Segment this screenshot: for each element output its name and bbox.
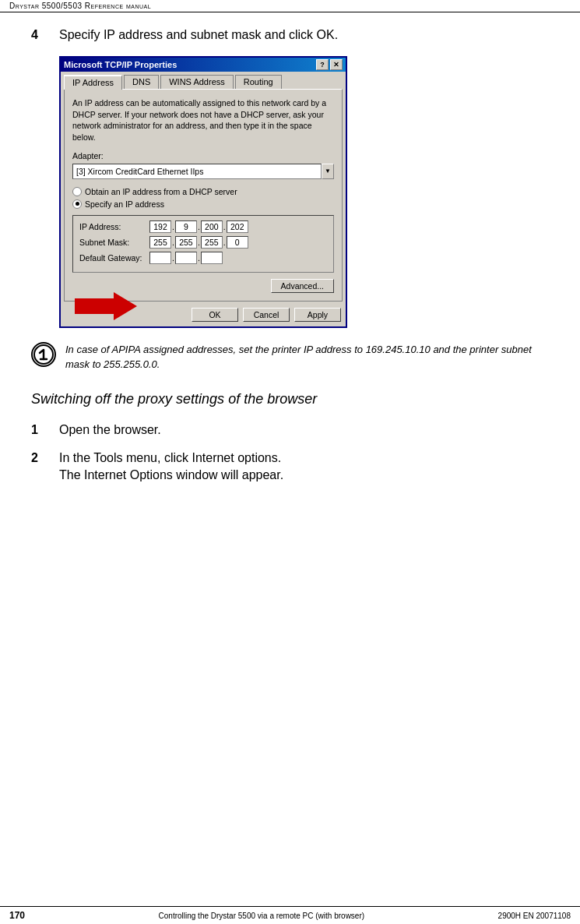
note-icon xyxy=(31,342,56,367)
dialog-tabs: IP Address DNS WINS Address Routing xyxy=(61,72,346,89)
ip-address-fields: 192 . 9 . 200 . 202 xyxy=(149,220,248,233)
win-dialog: Microsoft TCP/IP Properties ? ✕ IP Addre… xyxy=(59,56,347,328)
ip-seg-2[interactable]: 9 xyxy=(175,220,197,233)
specify-box: IP Address: 192 . 9 . 200 . 202 xyxy=(72,215,334,273)
radio-specify-row: Specify an IP address xyxy=(72,199,334,209)
note-box: In case of APIPA assigned addresses, set… xyxy=(31,342,549,372)
gateway-seg-2[interactable] xyxy=(175,252,197,264)
adapter-dropdown[interactable]: [3] Xircom CreditCard Ethernet IIps xyxy=(72,164,322,179)
subnet-fields: 255 . 255 . 255 . 0 xyxy=(149,236,248,249)
radio-dhcp-label: Obtain an IP address from a DHCP server xyxy=(85,187,237,196)
help-button[interactable]: ? xyxy=(316,59,329,70)
ip-seg-3[interactable]: 200 xyxy=(201,220,223,233)
step-2-heading: 2 In the Tools menu, click Internet opti… xyxy=(31,451,549,482)
dialog-title: Microsoft TCP/IP Properties xyxy=(64,60,177,69)
step-1-heading: 1 Open the browser. xyxy=(31,423,549,437)
header-title: Drystar 5500/5503 Reference manual xyxy=(9,2,151,10)
title-buttons: ? ✕ xyxy=(316,59,343,70)
radio-specify-label: Specify an IP address xyxy=(85,199,164,209)
subnet-seg-2[interactable]: 255 xyxy=(175,236,197,249)
footer-page-number: 170 xyxy=(9,910,25,921)
red-arrow-indicator xyxy=(75,291,137,323)
step-1-text: Open the browser. xyxy=(59,423,161,437)
gateway-seg-3[interactable] xyxy=(201,252,223,264)
ok-button[interactable]: OK xyxy=(192,308,238,322)
gateway-row: Default Gateway: . . xyxy=(79,252,327,264)
tab-wins-address[interactable]: WINS Address xyxy=(160,75,234,89)
footer-left: Controlling the Drystar 5500 via a remot… xyxy=(159,912,365,920)
info-text: An IP address can be automatically assig… xyxy=(72,97,334,143)
adapter-value: [3] Xircom CreditCard Ethernet IIps xyxy=(76,167,203,176)
tab-ip-address[interactable]: IP Address xyxy=(64,75,122,90)
step-1-number: 1 xyxy=(31,423,47,437)
note-text: In case of APIPA assigned addresses, set… xyxy=(65,342,549,372)
adapter-label: Adapter: xyxy=(72,151,334,160)
step-4-text: Specify IP address and subnet mask and c… xyxy=(59,28,338,42)
apply-button[interactable]: Apply xyxy=(294,308,341,322)
subnet-mask-label: Subnet Mask: xyxy=(79,238,149,247)
radio-dhcp-row: Obtain an IP address from a DHCP server xyxy=(72,187,334,196)
cancel-button[interactable]: Cancel xyxy=(243,308,290,322)
tab-routing[interactable]: Routing xyxy=(235,75,282,89)
footer-right: 2900H EN 20071108 xyxy=(498,912,571,920)
close-button[interactable]: ✕ xyxy=(330,59,343,70)
radio-dhcp[interactable] xyxy=(72,187,82,196)
page-header: Drystar 5500/5503 Reference manual xyxy=(0,0,580,12)
step-2-text: In the Tools menu, click Internet option… xyxy=(59,451,283,465)
ip-seg-4[interactable]: 202 xyxy=(227,220,248,233)
ip-address-row: IP Address: 192 . 9 . 200 . 202 xyxy=(79,220,327,233)
adapter-dropdown-arrow[interactable]: ▼ xyxy=(322,164,334,179)
svg-marker-0 xyxy=(75,292,137,320)
dialog-body: An IP address can be automatically assig… xyxy=(64,89,343,302)
dialog-title-bar: Microsoft TCP/IP Properties ? ✕ xyxy=(61,58,346,72)
dialog-container: Microsoft TCP/IP Properties ? ✕ IP Addre… xyxy=(59,56,549,328)
ip-seg-1[interactable]: 192 xyxy=(149,220,171,233)
step-4-number: 4 xyxy=(31,28,47,42)
subnet-mask-row: Subnet Mask: 255 . 255 . 255 . 0 xyxy=(79,236,327,249)
adapter-row: [3] Xircom CreditCard Ethernet IIps ▼ xyxy=(72,164,334,179)
gateway-label: Default Gateway: xyxy=(79,253,149,263)
radio-group: Obtain an IP address from a DHCP server … xyxy=(72,187,334,209)
advanced-button[interactable]: Advanced... xyxy=(271,279,334,293)
subnet-seg-1[interactable]: 255 xyxy=(149,236,171,249)
step-2-subtext: The Internet Options window will appear. xyxy=(59,468,283,482)
radio-specify[interactable] xyxy=(72,199,82,209)
page-footer: 170 Controlling the Drystar 5500 via a r… xyxy=(0,906,580,924)
subnet-seg-4[interactable]: 0 xyxy=(227,236,248,249)
step-4-heading: 4 Specify IP address and subnet mask and… xyxy=(31,28,549,42)
gateway-fields: . . xyxy=(149,252,223,264)
ip-address-label: IP Address: xyxy=(79,222,149,231)
subnet-seg-3[interactable]: 255 xyxy=(201,236,223,249)
step-2-number: 2 xyxy=(31,451,47,482)
dialog-footer: OK Cancel Apply xyxy=(61,305,346,326)
gateway-seg-1[interactable] xyxy=(149,252,171,264)
main-content: 4 Specify IP address and subnet mask and… xyxy=(0,12,580,527)
tab-dns[interactable]: DNS xyxy=(124,75,159,89)
section-heading: Switching off the proxy settings of the … xyxy=(31,391,549,407)
